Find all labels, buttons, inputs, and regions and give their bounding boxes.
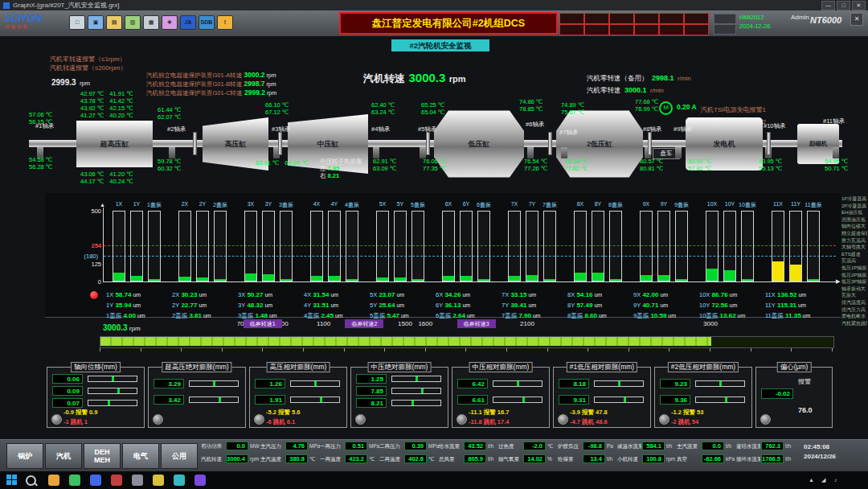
panel-alarm-row: -0.9 报警 0.9: [63, 409, 144, 416]
taskbar-app-icon[interactable]: [132, 475, 143, 486]
vib-bar: [657, 211, 670, 281]
ramp-marker-label: 3000: [699, 320, 722, 327]
vib-point-value: 3.81: [187, 312, 202, 319]
save-icon[interactable]: ▣: [88, 15, 104, 30]
mute-button[interactable]: [714, 14, 736, 24]
vib-value-cell: 6X 34.26 um: [436, 286, 502, 294]
meas-label: 炉膛负压: [558, 443, 582, 450]
ack-button[interactable]: [714, 24, 736, 35]
vib-point-label: 5盖振: [370, 312, 385, 319]
bearing-temp-group: 63.91 ℃64.00 ℃: [256, 159, 309, 166]
minimize-button[interactable]: —: [821, 1, 835, 10]
display-icon[interactable]: □: [69, 15, 85, 30]
nav-button-label: DEH: [94, 448, 109, 456]
maximize-button[interactable]: □: [837, 1, 850, 10]
window-titlebar: GraphX-[gra/#20T_汽机安全监视.grx] — □ ✕: [0, 0, 868, 10]
vib-point-value: 10.59: [649, 312, 666, 319]
vib-bar-label: 2盖振: [210, 201, 231, 208]
vib-value-cell: 10Y 72.56 um: [699, 296, 765, 305]
chart-icon[interactable]: ▥: [125, 15, 141, 30]
vib-alarm-dot: [90, 291, 98, 299]
taskbar-app-icon[interactable]: [111, 475, 122, 486]
alarm-list-item: 排汽压力高: [841, 306, 867, 313]
panel-gauge: [391, 376, 441, 382]
vib-bar-label: 1盖振: [144, 201, 165, 208]
panel-title: 中压绝对膨胀(mm): [368, 362, 432, 372]
overspeed-value: 2999.2: [243, 88, 265, 97]
panel-value: -0.02: [761, 388, 793, 399]
tray-network-icon[interactable]: ◢: [821, 477, 829, 484]
panel-value: 0.07: [52, 398, 83, 408]
meas-unit: t/h: [785, 443, 796, 450]
nav-button-3[interactable]: 电气: [122, 443, 159, 469]
taskbar-app-icon[interactable]: [48, 475, 59, 486]
nav-button-1[interactable]: 汽机: [45, 443, 82, 469]
alarm-bell-icon[interactable]: !: [217, 15, 233, 30]
vib-point-unit: um: [202, 313, 211, 318]
temp-value: 76.54 ℃: [524, 158, 547, 165]
vib-value-cell: 4X 31.54 um: [304, 286, 370, 294]
taskbar-app-icon[interactable]: [153, 475, 164, 486]
panel-alarm-row: -11.1 报警 16.7: [469, 409, 549, 416]
panel-gauge: [391, 400, 441, 406]
panel-gauge: [88, 400, 137, 406]
temp-value: 77.62 ℃: [564, 165, 588, 172]
bearing-temp-group: 57.06 ℃56.15 ℃: [29, 111, 52, 125]
taskbar-app-icon[interactable]: [69, 475, 80, 486]
panel-gauge: [290, 380, 340, 387]
taskbar-app-icon[interactable]: [174, 475, 185, 486]
ramp-marker-label: 2100: [516, 320, 538, 327]
meas-unit: t/h: [607, 456, 617, 463]
meas-unit: MPa: [309, 443, 320, 450]
panel-gauge: [594, 397, 644, 403]
aux-speed-unit: rpm: [80, 80, 90, 87]
temp-value: 41.27 ℃: [80, 112, 104, 119]
nav-button-2[interactable]: DEHMEH: [84, 443, 121, 469]
ip-expansion-right-value: 8.21: [328, 172, 340, 179]
tray-volume-icon[interactable]: ♪: [834, 477, 842, 484]
start-icon[interactable]: [6, 475, 17, 485]
bearing-pedestal: [420, 147, 426, 158]
close-button[interactable]: ✕: [852, 1, 866, 10]
folder-icon[interactable]: ▤: [106, 15, 122, 30]
lp1-cylinder-label: 低压缸: [434, 139, 524, 150]
vib-bar-fill: [263, 274, 274, 281]
taskbar-app-icon[interactable]: [194, 475, 206, 486]
vib-bar-fill: [395, 277, 406, 281]
panel-indicator: [659, 414, 669, 425]
tray-chevron-icon[interactable]: ▲: [809, 477, 817, 484]
alarm-list-item: 润滑油压低: [841, 216, 867, 223]
taskbar-app-icon[interactable]: [90, 475, 101, 486]
vib-bar-fill: [461, 276, 472, 281]
vib-bar: [675, 211, 688, 281]
vib-bar-label: 10盖振: [737, 201, 758, 208]
temp-value: 80.57 ℃: [640, 158, 663, 165]
panel-2: 超高压绝对膨胀(mm)3.293.42: [148, 367, 246, 428]
toolbar-close-button[interactable]: ✕: [850, 13, 863, 26]
lp2-cylinder-label: 2低压缸: [556, 139, 643, 150]
panel-gauge: [391, 388, 441, 394]
temp-value: 43.78 ℃: [80, 97, 104, 105]
print-icon[interactable]: ▦: [143, 15, 159, 30]
vib-point-label: 2盖振: [172, 312, 187, 319]
panel-alarm-row: -5.2 报警 5.6: [266, 409, 346, 416]
nav-button-4[interactable]: 公用: [161, 443, 198, 469]
panel-value: 6.42: [457, 379, 488, 388]
meas-label: 主汽温度: [260, 456, 285, 463]
palette-icon[interactable]: ❖: [162, 15, 178, 30]
hmi-date: 2024-12-26: [739, 23, 770, 30]
ja-logo-icon[interactable]: JA: [180, 15, 196, 30]
vib-bar: [741, 211, 754, 281]
ip-expansion: 中压转子热膨胀 左 7.85 右 8.21: [320, 158, 362, 179]
vib-point-unit: um: [136, 313, 145, 318]
vib-value-cell: 8盖振 8.60 um: [567, 306, 633, 315]
meas-unit: MW: [250, 443, 260, 450]
nav-button-0[interactable]: 锅炉: [6, 443, 43, 469]
gauge-tick: [517, 381, 519, 386]
bearing-temp-group: 74.89 ℃75.67 ℃: [561, 101, 584, 116]
meas-unit: kPa: [726, 456, 736, 463]
panel-gauge: [189, 380, 239, 387]
panel-gauge: [493, 380, 542, 387]
alarm-list-item: 轴向位移大: [841, 223, 867, 229]
sdb-logo-icon[interactable]: SDB: [199, 15, 215, 30]
